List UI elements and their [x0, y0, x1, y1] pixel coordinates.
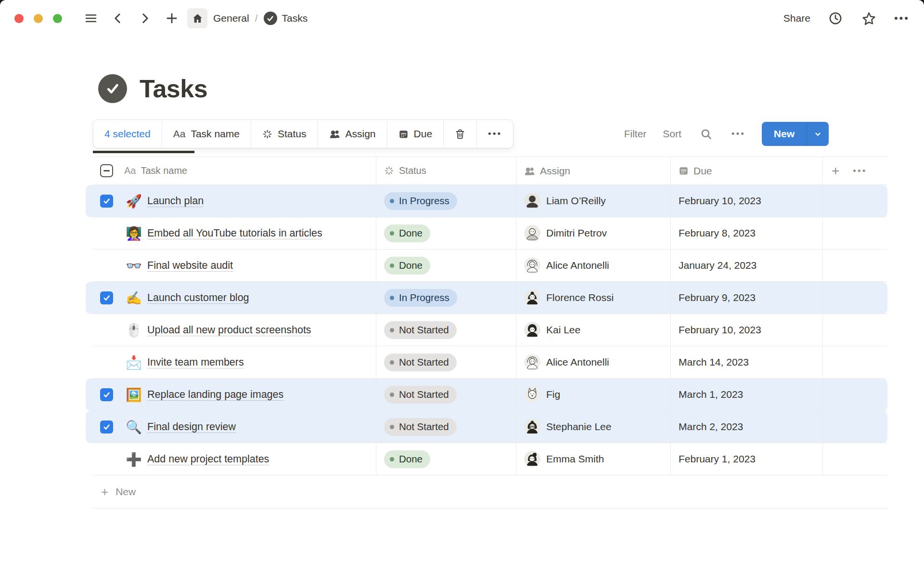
due-cell[interactable]: March 14, 2023 [671, 346, 823, 379]
add-new-row-button[interactable]: + New [93, 475, 887, 509]
row-checkbox-checked[interactable] [100, 195, 113, 208]
column-header-status[interactable]: Status [399, 165, 426, 176]
due-cell[interactable]: February 1, 2023 [671, 443, 823, 475]
task-title-link[interactable]: Launch customer blog [147, 292, 249, 304]
forward-icon[interactable] [136, 10, 154, 27]
status-cell[interactable]: Not Started [376, 346, 516, 379]
delete-button[interactable] [444, 120, 477, 148]
table-row[interactable]: 🔍 Final design review Not Started Stepha… [93, 411, 887, 443]
avatar [524, 289, 540, 306]
table-row[interactable]: 📩 Invite team members Not Started Alice … [93, 346, 887, 379]
due-cell[interactable]: February 10, 2023 [671, 185, 823, 217]
table-row[interactable]: 🖱️ Upload all new product screenshots No… [93, 314, 887, 346]
new-page-plus-icon[interactable] [163, 10, 180, 27]
task-title-link[interactable]: Replace landing page images [147, 389, 283, 401]
status-pill[interactable]: Done [384, 224, 430, 242]
task-title-link[interactable]: Invite team members [147, 356, 244, 368]
history-clock-icon[interactable] [827, 10, 844, 27]
status-dot [390, 360, 394, 365]
table-row[interactable]: ✍️ Launch customer blog In Progress Flor… [93, 282, 887, 314]
status-pill[interactable]: Not Started [384, 354, 457, 371]
status-cell[interactable]: Not Started [376, 411, 516, 443]
home-button[interactable] [187, 8, 207, 28]
status-cell[interactable]: Not Started [376, 379, 516, 411]
property-status-button[interactable]: Status [251, 120, 318, 148]
more-options-icon[interactable]: ••• [894, 12, 910, 25]
due-cell[interactable]: March 1, 2023 [671, 379, 823, 411]
status-pill[interactable]: Not Started [384, 386, 457, 404]
page-icon-check-circle[interactable] [98, 74, 127, 103]
status-cell[interactable]: Done [376, 250, 516, 282]
select-all-checkbox[interactable] [100, 164, 113, 177]
due-cell[interactable]: March 2, 2023 [671, 411, 823, 443]
task-title-link[interactable]: Upload all new product screenshots [147, 324, 311, 336]
row-checkbox-checked[interactable] [100, 291, 113, 304]
task-title-link[interactable]: Final website audit [147, 260, 233, 272]
close-window-button[interactable] [14, 14, 24, 23]
due-cell[interactable]: February 9, 2023 [671, 282, 823, 314]
minimize-window-button[interactable] [34, 14, 43, 23]
due-cell[interactable]: February 8, 2023 [671, 217, 823, 250]
status-cell[interactable]: In Progress [376, 185, 516, 217]
sort-button[interactable]: Sort [663, 128, 681, 140]
table-row[interactable]: 👓 Final website audit Done Alice Antonel… [93, 250, 887, 282]
breadcrumb-section[interactable]: General [213, 13, 249, 24]
assign-cell[interactable]: Alice Antonelli [516, 346, 671, 379]
task-title-link[interactable]: Embed all YouTube tutorials in articles [147, 227, 322, 239]
view-more-icon[interactable]: ••• [732, 129, 745, 139]
column-header-due[interactable]: Due [693, 165, 712, 177]
back-icon[interactable] [109, 10, 127, 27]
status-cell[interactable]: In Progress [376, 282, 516, 314]
new-button[interactable]: New [762, 122, 829, 146]
page-title[interactable]: Tasks [140, 74, 207, 103]
assign-cell[interactable]: Fig [516, 379, 671, 411]
zoom-window-button[interactable] [53, 14, 62, 23]
search-icon[interactable] [698, 125, 715, 143]
table-row[interactable]: ➕ Add new project templates Done Emma Sm… [93, 443, 887, 475]
table-row[interactable]: 🚀 Launch plan In Progress Liam O’Reilly … [93, 185, 887, 217]
status-pill[interactable]: Not Started [384, 321, 457, 339]
breadcrumb-page[interactable]: Tasks [282, 13, 308, 24]
filter-button[interactable]: Filter [624, 128, 647, 140]
share-button[interactable]: Share [783, 13, 810, 24]
status-pill[interactable]: Not Started [384, 418, 457, 436]
task-title-link[interactable]: Final design review [147, 421, 236, 433]
property-task-name-button[interactable]: Aa Task name [162, 120, 251, 148]
status-pill[interactable]: Done [384, 257, 430, 275]
avatar [524, 451, 540, 467]
due-cell[interactable]: February 10, 2023 [671, 314, 823, 346]
assign-cell[interactable]: Alice Antonelli [516, 250, 671, 282]
new-dropdown-chevron-icon[interactable] [807, 130, 829, 139]
due-date: February 10, 2023 [679, 324, 761, 336]
status-pill[interactable]: In Progress [384, 289, 457, 307]
row-checkbox-checked[interactable] [100, 420, 113, 434]
table-row[interactable]: 🖼️ Replace landing page images Not Start… [93, 379, 887, 411]
sidebar-menu-icon[interactable] [82, 10, 100, 27]
status-cell[interactable]: Done [376, 217, 516, 250]
task-emoji: 🔍 [125, 420, 143, 434]
task-title-link[interactable]: Add new project templates [147, 453, 269, 465]
assign-cell[interactable]: Stephanie Lee [516, 411, 671, 443]
status-pill[interactable]: In Progress [384, 192, 457, 210]
status-pill[interactable]: Done [384, 450, 430, 468]
table-row[interactable]: 👩‍🏫 Embed all YouTube tutorials in artic… [93, 217, 887, 250]
row-checkbox-checked[interactable] [100, 388, 113, 401]
assign-cell[interactable]: Kai Lee [516, 314, 671, 346]
assign-cell[interactable]: Dimitri Petrov [516, 217, 671, 250]
due-cell[interactable]: January 24, 2023 [671, 250, 823, 282]
assign-cell[interactable]: Emma Smith [516, 443, 671, 475]
property-assign-button[interactable]: Assign [318, 120, 387, 148]
add-column-icon[interactable]: + [832, 164, 839, 178]
selected-count-button[interactable]: 4 selected [93, 120, 162, 148]
task-title-link[interactable]: Launch plan [147, 195, 204, 207]
status-cell[interactable]: Not Started [376, 314, 516, 346]
column-header-task-name[interactable]: Task name [141, 165, 187, 176]
column-header-assign[interactable]: Assign [540, 165, 570, 177]
toolbar-more-button[interactable]: ••• [477, 120, 513, 148]
property-due-button[interactable]: Due [387, 120, 444, 148]
assign-cell[interactable]: Liam O’Reilly [516, 185, 671, 217]
status-cell[interactable]: Done [376, 443, 516, 475]
assign-cell[interactable]: Florence Rossi [516, 282, 671, 314]
table-options-icon[interactable]: ••• [853, 166, 867, 176]
favorite-star-icon[interactable] [860, 10, 878, 27]
